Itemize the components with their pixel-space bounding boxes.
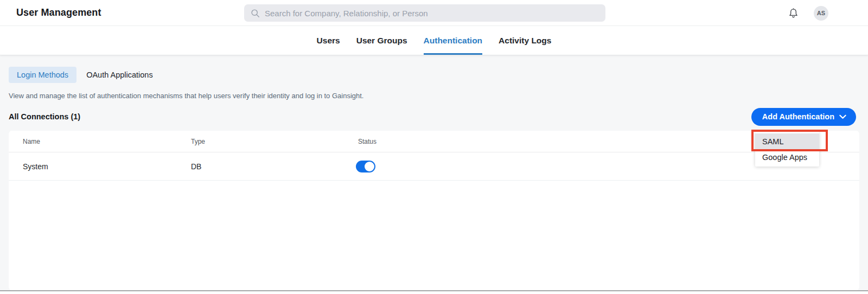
cell-name: System: [9, 162, 191, 171]
subtab-login-methods[interactable]: Login Methods: [9, 67, 76, 83]
toggle-knob: [365, 162, 374, 171]
section-title: All Connections (1): [9, 112, 80, 121]
add-authentication-label: Add Authentication: [762, 112, 834, 121]
search-icon: [251, 9, 260, 18]
dropdown-item-saml[interactable]: SAML: [755, 133, 819, 149]
subtab-oauth-applications[interactable]: OAuth Applications: [85, 67, 154, 83]
status-toggle[interactable]: [356, 161, 375, 172]
column-header-type: Type: [191, 138, 358, 145]
column-header-name: Name: [9, 138, 191, 145]
table-row: System DB: [9, 152, 859, 181]
page-description: View and manage the list of authenticati…: [9, 92, 859, 100]
tab-activity-logs[interactable]: Activity Logs: [499, 26, 551, 55]
content-area: Login Methods OAuth Applications View an…: [0, 55, 868, 290]
connections-table: Name Type Status System DB: [9, 131, 859, 290]
chevron-down-icon: [839, 114, 846, 119]
search-placeholder: Search for Company, Relationship, or Per…: [265, 9, 428, 18]
dropdown-item-google-apps-label: Google Apps: [762, 153, 807, 162]
global-search-input[interactable]: Search for Company, Relationship, or Per…: [244, 4, 605, 22]
table-header-row: Name Type Status: [9, 131, 859, 152]
sub-tabs: Login Methods OAuth Applications: [9, 66, 859, 84]
bell-icon: [788, 8, 799, 19]
add-authentication-dropdown: SAML Google Apps: [755, 132, 819, 167]
tab-user-groups[interactable]: User Groups: [356, 26, 407, 55]
window-footer-space: [0, 291, 868, 294]
top-bar: User Management Search for Company, Rela…: [0, 0, 868, 26]
dropdown-item-google-apps[interactable]: Google Apps: [755, 149, 819, 165]
page-title: User Management: [16, 7, 101, 18]
top-bar-actions: AS: [787, 0, 828, 26]
section-header-row: All Connections (1) Add Authentication: [9, 107, 859, 126]
avatar[interactable]: AS: [814, 6, 828, 21]
cell-type: DB: [191, 162, 358, 171]
add-authentication-button[interactable]: Add Authentication: [751, 108, 856, 126]
main-tabs: Users User Groups Authentication Activit…: [0, 26, 868, 55]
notifications-button[interactable]: [787, 7, 800, 20]
tab-users[interactable]: Users: [317, 26, 340, 55]
tab-authentication[interactable]: Authentication: [424, 26, 483, 55]
dropdown-item-saml-label: SAML: [762, 137, 784, 146]
page: User Management Search for Company, Rela…: [0, 0, 868, 294]
